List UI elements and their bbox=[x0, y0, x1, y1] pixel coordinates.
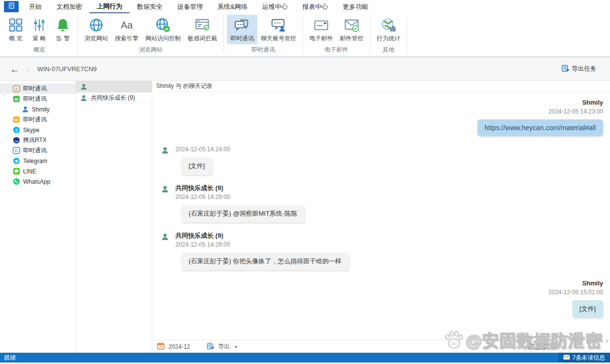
tab-system-network[interactable]: 系统&网络 bbox=[210, 0, 255, 13]
tab-device-management[interactable]: 设备管理 bbox=[170, 0, 210, 13]
device-header-bar: ← | WIN-07UFVRE7CN9 导出任务 bbox=[0, 57, 610, 81]
content-area: a 即时通讯 ˇ W 即时通讯 Shmily W bbox=[0, 81, 610, 353]
message-sender: Shmily bbox=[152, 98, 603, 107]
tab-data-security[interactable]: 数据安全 bbox=[130, 0, 170, 13]
back-arrow-icon[interactable]: ← bbox=[10, 64, 20, 74]
sidebar-item-dingtalk[interactable]: D 即时通讯 bbox=[0, 145, 76, 156]
chat-bubbles-icon bbox=[234, 17, 250, 33]
sidebar-item-tencent-rtx[interactable]: 腾讯RTX bbox=[0, 135, 76, 145]
ribbon-group-label: 概览 bbox=[2, 45, 77, 56]
sidebar-item-whatsapp[interactable]: WhatsApp bbox=[0, 176, 76, 187]
tab-doc-encryption[interactable]: 文档加密 bbox=[49, 0, 89, 13]
message-bubble[interactable]: https://www.heycan.com/material#all bbox=[477, 119, 603, 136]
grid-icon bbox=[8, 17, 24, 33]
message-sender: 共同快乐成长 (9) bbox=[175, 231, 349, 240]
ribbon-button-label: 网站访问控制 bbox=[145, 34, 181, 43]
ribbon: 概 览 策 略 告 警 概览 bbox=[0, 13, 610, 57]
sidebar-item-label: Telegram bbox=[23, 158, 47, 165]
chat-footer-toolbar: 23 2024-12 导出 ▾ bbox=[152, 340, 610, 353]
message-time: 2024-12-05 15:01:00 bbox=[152, 288, 603, 297]
chat-message: Shmily 2024-12-05 15:01:00 [文件] bbox=[152, 279, 610, 318]
tab-ops-center[interactable]: 运维中心 bbox=[255, 0, 295, 13]
chat-message-list[interactable]: Shmily 2024-12-05 14:23:00 https://www.h… bbox=[152, 92, 610, 340]
sidebar-item-label: LINE bbox=[23, 168, 36, 175]
svg-text:a: a bbox=[15, 86, 18, 91]
svg-text:S: S bbox=[15, 128, 18, 133]
sidebar-item-label: 腾讯RTX bbox=[23, 136, 47, 144]
export-icon bbox=[207, 342, 214, 351]
app-menu-button[interactable] bbox=[4, 1, 19, 12]
message-time: 2024-12-05 14:23:00 bbox=[152, 107, 603, 116]
behavior-stats-button[interactable]: 行为统计 bbox=[373, 15, 404, 44]
sidebar-item-wechat[interactable]: ˇ W 即时通讯 bbox=[0, 94, 76, 104]
sidebar-item-skype[interactable]: S Skype bbox=[0, 125, 76, 135]
unread-messages-button[interactable]: 7条未读信息 bbox=[558, 353, 610, 363]
contact-item-label: 共同快乐成长 (9) bbox=[91, 94, 135, 102]
ribbon-button-label: 电子邮件 bbox=[309, 34, 333, 43]
sidebar-item-telegram[interactable]: Telegram bbox=[0, 156, 76, 166]
sensitive-word-block-button[interactable]: 敏感词拦截 bbox=[184, 15, 221, 44]
sidebar-item-line[interactable]: LINE bbox=[0, 166, 76, 176]
website-access-control-button[interactable]: 网站访问控制 bbox=[142, 15, 184, 44]
chat-person-icon bbox=[271, 17, 286, 33]
ribbon-button-label: 浏览网站 bbox=[84, 34, 108, 43]
email-button[interactable]: 电子邮件 bbox=[306, 15, 336, 44]
sidebar-item-im-root[interactable]: a 即时通讯 bbox=[0, 84, 76, 94]
ribbon-button-label: 策 略 bbox=[32, 34, 46, 43]
sidebar-item-label: Shmily bbox=[32, 106, 50, 113]
im-sidebar: a 即时通讯 ˇ W 即时通讯 Shmily W bbox=[0, 81, 76, 353]
chat-panel: Shmily 与 的聊天记录 Shmily 2024-12-05 14:23:0… bbox=[152, 81, 610, 353]
sidebar-item-label: Skype bbox=[23, 127, 39, 134]
ribbon-button-label: 搜索引擎 bbox=[115, 34, 139, 43]
ribbon-group-overview: 概 览 策 略 告 警 概览 bbox=[2, 13, 77, 56]
statusbar: 就绪 7条未读信息 bbox=[0, 353, 610, 363]
overview-button[interactable]: 概 览 bbox=[4, 15, 28, 44]
message-sender: 共同快乐成长 (9) bbox=[175, 184, 305, 193]
rtx-icon bbox=[13, 137, 20, 144]
mail-icon bbox=[313, 17, 329, 33]
envelope-icon bbox=[563, 354, 570, 361]
message-bubble[interactable]: (石家庄彭于晏) @洞察眼MIT系统-陈陈 bbox=[181, 205, 305, 223]
wecom-icon: W bbox=[13, 116, 20, 123]
person-teal-icon bbox=[80, 94, 87, 102]
message-time: 2024-12-05 14:24:00 bbox=[175, 145, 230, 154]
instant-messaging-button[interactable]: 即时通讯 bbox=[227, 15, 257, 44]
mail-control-button[interactable]: 邮件管控 bbox=[336, 15, 367, 44]
sidebar-item-wecom[interactable]: W 即时通讯 bbox=[0, 114, 76, 125]
ribbon-button-label: 行为统计 bbox=[377, 34, 400, 43]
ribbon-separator bbox=[78, 16, 78, 54]
person-blue-icon bbox=[22, 106, 29, 113]
chat-message: Shmily 2024-12-05 14:23:00 https://www.h… bbox=[152, 98, 610, 136]
ribbon-separator bbox=[407, 16, 407, 54]
chevron-down-icon[interactable]: ˇ bbox=[2, 95, 4, 100]
tab-more-features[interactable]: 更多功能 bbox=[335, 0, 376, 13]
window-shield-icon bbox=[194, 17, 210, 33]
contact-item-blank[interactable] bbox=[76, 81, 152, 92]
ribbon-button-label: 概 览 bbox=[9, 34, 22, 43]
export-button[interactable]: 导出 bbox=[218, 342, 230, 351]
globe-icon bbox=[88, 17, 104, 33]
tab-web-behavior[interactable]: 上网行为 bbox=[89, 0, 130, 13]
tab-report-center[interactable]: 报表中心 bbox=[295, 0, 335, 13]
browse-websites-button[interactable]: 浏览网站 bbox=[81, 15, 111, 44]
ribbon-separator bbox=[223, 16, 224, 54]
alert-button[interactable]: 告 警 bbox=[51, 15, 75, 44]
chat-account-control-button[interactable]: 聊天账号管控 bbox=[257, 15, 300, 44]
ribbon-group-label: 电子邮件 bbox=[304, 45, 369, 56]
tab-start[interactable]: 开始 bbox=[22, 0, 49, 13]
ribbon-group-label: 即时通讯 bbox=[225, 45, 302, 56]
contact-item-group[interactable]: 共同快乐成长 (9) bbox=[76, 92, 152, 104]
export-tasks-button[interactable]: 导出任务 bbox=[561, 64, 596, 74]
message-bubble[interactable]: [文件] bbox=[181, 157, 212, 175]
dingtalk-icon: D bbox=[13, 147, 20, 154]
month-filter[interactable]: 2024-12 bbox=[168, 343, 190, 350]
line-icon bbox=[13, 168, 20, 175]
message-bubble[interactable]: (石家庄彭于晏) 你把头像换了，怎么搞得跟干啥的一样 bbox=[181, 252, 349, 270]
message-bubble[interactable]: [文件] bbox=[572, 300, 603, 318]
person-avatar-icon bbox=[161, 185, 169, 193]
policy-button[interactable]: 策 略 bbox=[28, 15, 51, 44]
sidebar-item-shmily[interactable]: Shmily bbox=[0, 104, 76, 114]
search-engine-button[interactable]: Aa 搜索引擎 bbox=[111, 15, 142, 44]
calendar-icon[interactable]: 23 bbox=[157, 342, 165, 351]
caret-down-icon[interactable]: ▾ bbox=[235, 344, 237, 349]
